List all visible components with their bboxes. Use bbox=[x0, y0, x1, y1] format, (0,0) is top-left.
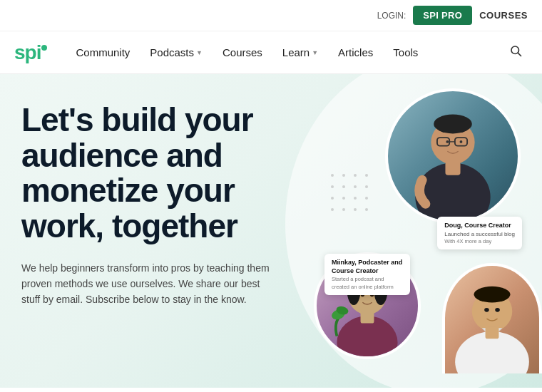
login-label: LOGIN: bbox=[377, 11, 406, 21]
logo-text: spi bbox=[14, 41, 41, 64]
podcasts-dropdown-arrow: ▼ bbox=[196, 49, 203, 56]
person3-avatar bbox=[442, 263, 542, 373]
svg-point-22 bbox=[474, 287, 511, 303]
tooltip-person1: Doug, Course Creator Launched a successf… bbox=[437, 217, 522, 249]
spi-pro-button[interactable]: SPI PRO bbox=[413, 6, 472, 25]
tooltip2-desc: Started a podcast and created an online … bbox=[332, 276, 403, 291]
learn-dropdown-arrow: ▼ bbox=[312, 49, 318, 56]
hero-title: Let's build your audience and monetize y… bbox=[21, 103, 321, 244]
hero-content: Let's build your audience and monetize y… bbox=[21, 103, 321, 308]
nav-articles[interactable]: Articles bbox=[329, 41, 382, 64]
hero-subtitle: We help beginners transform into pros by… bbox=[21, 260, 278, 308]
nav-learn[interactable]: Learn ▼ bbox=[274, 41, 327, 64]
hero-section: Let's build your audience and monetize y… bbox=[0, 74, 542, 388]
logo[interactable]: spi bbox=[14, 41, 47, 64]
tooltip-person2: Miinkay, Podcaster and Course Creator St… bbox=[324, 254, 410, 295]
hero-images: Doug, Course Creator Launched a successf… bbox=[300, 74, 542, 388]
logo-dot bbox=[41, 45, 47, 51]
courses-button[interactable]: COURSES bbox=[479, 10, 528, 21]
nav-community[interactable]: Community bbox=[67, 41, 138, 64]
top-bar: LOGIN: SPI PRO COURSES bbox=[0, 0, 542, 31]
svg-rect-24 bbox=[486, 326, 499, 339]
svg-rect-16 bbox=[361, 311, 374, 324]
nav-tools[interactable]: Tools bbox=[384, 41, 426, 64]
search-icon[interactable] bbox=[503, 38, 528, 66]
svg-point-25 bbox=[484, 308, 489, 312]
svg-point-26 bbox=[495, 308, 500, 312]
dots-decoration bbox=[331, 174, 371, 214]
nav-courses[interactable]: Courses bbox=[214, 41, 271, 64]
tooltip2-name: Miinkay, Podcaster and Course Creator bbox=[332, 258, 403, 276]
svg-point-9 bbox=[446, 140, 449, 143]
tooltip1-title: Launched a successful blog bbox=[444, 230, 515, 238]
person1-avatar bbox=[385, 88, 521, 224]
svg-point-10 bbox=[460, 140, 463, 143]
tooltip1-desc: With 4X more a day bbox=[444, 238, 515, 246]
tooltip1-name: Doug, Course Creator bbox=[444, 221, 515, 230]
nav-items: Community Podcasts ▼ Courses Learn ▼ Art… bbox=[67, 41, 503, 64]
svg-line-1 bbox=[518, 53, 521, 56]
nav-podcasts[interactable]: Podcasts ▼ bbox=[141, 41, 211, 64]
navbar: spi Community Podcasts ▼ Courses Learn ▼… bbox=[0, 31, 542, 74]
svg-rect-8 bbox=[445, 162, 460, 175]
svg-point-3 bbox=[434, 115, 472, 134]
